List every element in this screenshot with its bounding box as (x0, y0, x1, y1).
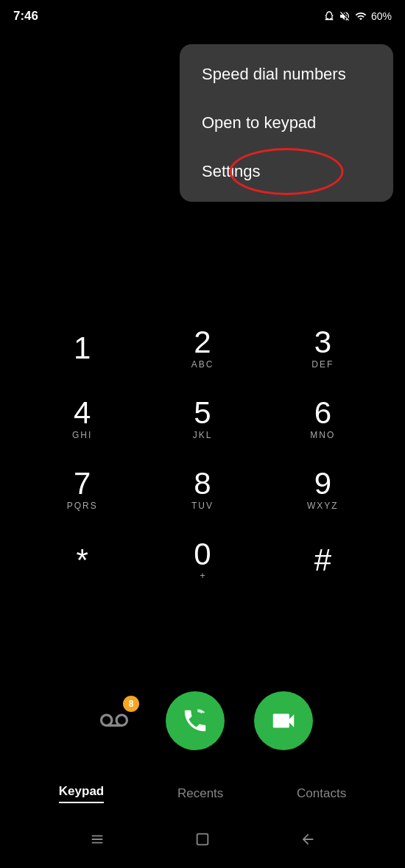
video-call-button[interactable] (254, 691, 313, 750)
status-bar: 7:46 60% (0, 0, 405, 29)
sys-nav-home[interactable] (190, 827, 215, 856)
dial-key-star[interactable]: * (22, 529, 142, 591)
dial-key-0[interactable]: 0 + (142, 529, 262, 591)
status-icons: 60% (323, 10, 392, 22)
dial-key-5[interactable]: 5 JKL (142, 387, 262, 451)
sys-nav-menu[interactable] (85, 827, 110, 856)
system-nav-bar (0, 827, 405, 856)
nav-keypad[interactable]: Keypad (44, 778, 119, 809)
open-keypad-menu-item[interactable]: Open to keypad (180, 99, 393, 147)
dial-key-hash[interactable]: # (263, 529, 383, 591)
voicemail-icon (100, 707, 128, 735)
signal-icon (354, 10, 367, 22)
voicemail-badge: 8 (123, 696, 139, 712)
status-time: 7:46 (13, 9, 38, 24)
speed-dial-menu-item[interactable]: Speed dial numbers (180, 50, 393, 99)
nav-recents[interactable]: Recents (163, 780, 238, 807)
settings-menu-item[interactable]: Settings (180, 147, 393, 196)
bottom-nav: Keypad Recents Contacts (0, 778, 405, 809)
dial-key-3[interactable]: 3 DEF (263, 317, 383, 380)
dial-key-9[interactable]: 9 WXYZ (263, 458, 383, 521)
dial-key-1[interactable]: 1 (22, 317, 142, 380)
call-button[interactable] (166, 691, 225, 750)
dial-key-8[interactable]: 8 TUV (142, 458, 262, 521)
nav-contacts[interactable]: Contacts (282, 780, 361, 807)
dial-key-7[interactable]: 7 PQRS (22, 458, 142, 521)
video-icon (270, 707, 297, 735)
voicemail-button[interactable]: 8 (92, 699, 136, 743)
dropdown-menu: Speed dial numbers Open to keypad Settin… (180, 44, 393, 202)
svg-rect-0 (197, 834, 208, 845)
mute-icon (339, 10, 351, 22)
sys-nav-back[interactable] (295, 827, 320, 856)
battery-text: 60% (371, 10, 392, 22)
dial-key-6[interactable]: 6 MNO (263, 387, 383, 451)
dial-key-4[interactable]: 4 GHI (22, 387, 142, 451)
phone-icon (181, 707, 209, 735)
dialpad-grid: 1 2 ABC 3 DEF 4 GHI 5 JKL 6 MNO 7 PQRS 8 (22, 317, 383, 591)
dial-key-2[interactable]: 2 ABC (142, 317, 262, 380)
bottom-actions: 8 (0, 691, 405, 750)
alarm-icon (323, 10, 335, 22)
dialpad: 1 2 ABC 3 DEF 4 GHI 5 JKL 6 MNO 7 PQRS 8 (0, 317, 405, 591)
